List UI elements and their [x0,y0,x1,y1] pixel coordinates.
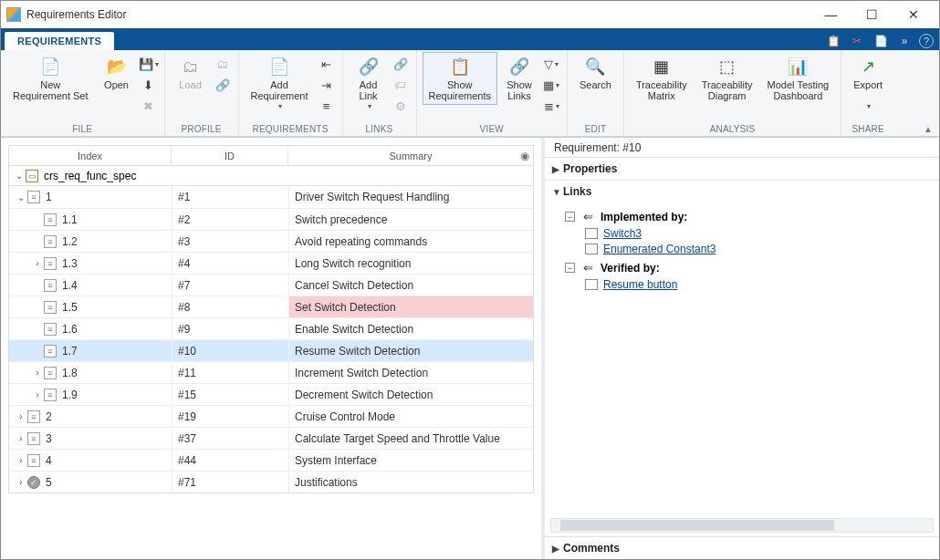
table-row[interactable]: ›✓5#71Justifications [9,471,533,493]
table-row[interactable]: ›≡2#19Cruise Control Mode [9,405,533,427]
link-target[interactable]: Resume button [603,278,677,291]
collapse-icon[interactable]: − [565,212,575,222]
add-requirement-button[interactable]: 📄 Add Requirement▾ [245,52,315,116]
columns-button[interactable]: ▦▾ [541,75,561,95]
link-item: Enumerated Constant3 [585,243,930,255]
traceability-matrix-button[interactable]: ▦ Traceability Matrix [630,52,694,105]
link-target[interactable]: Enumerated Constant3 [603,243,715,255]
show-requirements-button[interactable]: 📋 Show Requirements [423,52,497,105]
reorder-button[interactable]: ≡ [317,96,337,116]
table-row[interactable]: ≡1.5#8Set Switch Detection [9,296,533,317]
table-row[interactable]: ≡1.7#10Resume Switch Detection [9,339,533,361]
expand-toggle-icon[interactable]: › [15,455,27,465]
expand-toggle-icon[interactable]: › [31,258,44,268]
row-index: 1.8 [62,367,78,379]
export-button[interactable]: ↗ Export▾ [847,52,889,116]
expand-toggle-icon[interactable]: › [31,389,44,399]
paste-icon[interactable]: 📄 [872,32,890,50]
links-icon: 🔗 [508,56,530,78]
new-requirement-set-button[interactable]: 📄 New Requirement Set [6,52,95,105]
link-target[interactable]: Switch3 [603,227,642,240]
expand-toggle-icon[interactable]: › [15,433,27,443]
row-index: 5 [46,476,52,489]
more-icon[interactable]: » [895,32,914,50]
cut-icon[interactable]: ✂ [848,32,866,50]
expand-toggle-icon[interactable]: › [15,477,27,487]
table-row[interactable]: ›≡1.3#4Long Switch recognition [9,252,533,274]
help-icon[interactable]: ? [919,34,934,48]
table-row[interactable]: ≡1.2#3Avoid repeating commands [9,230,533,252]
view-opts-button[interactable]: ≣▾ [541,96,561,116]
tab-requirements[interactable]: REQUIREMENTS [5,32,114,50]
maximize-button[interactable]: ☐ [851,2,893,27]
table-row[interactable]: ⌄≡1#1Driver Switch Request Handling [9,186,533,208]
table-row[interactable]: ›≡1.9#15Decrement Switch Detection [9,383,533,405]
open-button[interactable]: 📂 Open [97,52,137,94]
table-row[interactable]: ›≡3#37Calculate Target Speed and Throttl… [9,427,533,449]
expand-toggle-icon[interactable]: ⌄ [15,192,27,202]
requirement-icon: ≡ [44,301,57,314]
table-row[interactable]: ›≡1.8#11Increment Switch Detection [9,361,533,383]
import-button[interactable]: ⬇ [139,75,159,95]
minimize-ribbon-button[interactable]: ▲ [921,123,935,134]
col-id[interactable]: ID [172,146,288,165]
row-summary: Set Switch Detection [295,301,396,314]
section-comments-header[interactable]: ▶ Comments [545,537,939,559]
file-row[interactable]: ⌄ ▭ crs_req_func_spec [8,166,534,186]
requirement-icon: ≡ [44,389,57,401]
row-index: 1.1 [62,213,78,226]
profile-icon: 🗂 [180,56,202,78]
col-summary[interactable]: Summary ◉ [288,146,533,165]
ribbon-group-analysis: ▦ Traceability Matrix ⬚ Traceability Dia… [624,50,841,136]
link-opt3-button[interactable]: ⚙ [391,96,411,116]
link-item: Resume button [585,278,930,291]
row-summary: Increment Switch Detection [295,367,428,379]
link-opt1-button[interactable]: 🔗 [391,54,411,74]
close-button[interactable]: ✕ [893,2,934,27]
promote-button[interactable]: ⇤ [317,54,337,74]
requirement-icon: ≡ [27,432,40,445]
expand-toggle-icon[interactable]: › [31,368,44,378]
row-summary: Avoid repeating commands [295,235,427,248]
table-row[interactable]: ≡1.4#7Cancel Switch Detection [9,274,533,296]
filter-button[interactable]: ▽▾ [541,54,561,74]
ribbon-group-profile: 🗂 Load 🗂 🔗 PROFILE [165,50,239,136]
link-opt2-button[interactable]: 🏷 [391,75,411,95]
row-id: #2 [178,213,190,226]
copy-icon[interactable]: 📋 [824,32,842,50]
columns-gear-icon[interactable]: ◉ [520,150,529,162]
show-links-button[interactable]: 🔗 Show Links [499,52,539,105]
profile-edit-button[interactable]: 🗂 [213,54,233,74]
row-summary: Long Switch recognition [295,257,411,270]
expand-file-icon[interactable]: ⌄ [13,171,26,181]
col-index[interactable]: Index [9,146,172,165]
horizontal-scrollbar[interactable] [550,518,934,533]
load-profile-button[interactable]: 🗂 Load [171,52,211,94]
row-index: 1.9 [62,389,78,401]
implemented-by-group: − ⇐ Implemented by: Switch3Enumerated Co… [565,210,930,255]
expand-toggle-icon[interactable]: › [15,411,27,421]
chevron-right-icon: ▶ [552,164,563,174]
profile-link-button[interactable]: 🔗 [213,75,233,95]
save-button[interactable]: 💾▾ [139,54,159,74]
ribbon-group-links: 🔗 Add Link▾ 🔗 🏷 ⚙ LINKS [343,50,417,136]
table-row[interactable]: ›≡4#44System Interface [9,449,533,471]
row-summary: Cruise Control Mode [295,410,395,423]
section-properties-header[interactable]: ▶ Properties [545,158,939,180]
table-row[interactable]: ≡1.1#2Switch precedence [9,208,533,230]
demote-button[interactable]: ⇥ [317,75,337,95]
add-link-button[interactable]: 🔗 Add Link▾ [349,52,389,116]
row-id: #44 [178,454,196,467]
row-index: 1.3 [62,257,78,270]
ribbon-group-share: ↗ Export▾ SHARE [841,50,894,136]
minimize-button[interactable]: — [810,2,851,27]
table-row[interactable]: ≡1.6#9Enable Switch Detection [9,317,533,339]
model-testing-dashboard-button[interactable]: 📊 Model Testing Dashboard [761,52,836,105]
search-button[interactable]: 🔍 Search [573,52,618,94]
row-id: #1 [178,191,190,203]
close-doc-button[interactable]: ✖ [139,96,159,116]
section-links-header[interactable]: ▼ Links [545,181,939,202]
traceability-diagram-button[interactable]: ⬚ Traceability Diagram [695,52,759,105]
collapse-icon[interactable]: − [565,263,575,273]
row-index: 1.4 [62,279,78,292]
